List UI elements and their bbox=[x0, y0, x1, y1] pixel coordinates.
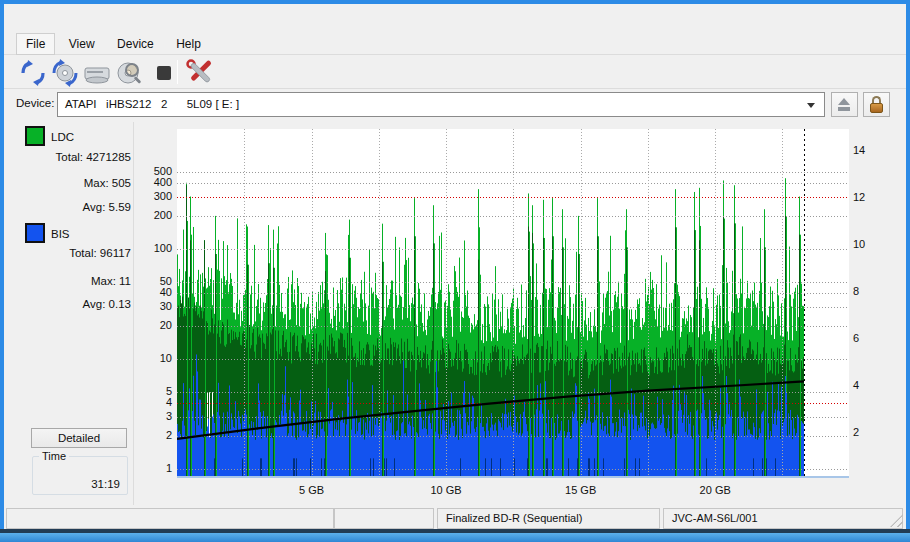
refresh-icon[interactable] bbox=[19, 59, 47, 87]
axis-tick-label: 4 bbox=[142, 396, 172, 408]
axis-tick-label: 200 bbox=[142, 209, 172, 221]
rescan-media-icon[interactable] bbox=[51, 59, 79, 87]
detailed-button[interactable]: Detailed bbox=[31, 428, 127, 448]
menu-device[interactable]: Device bbox=[108, 34, 163, 54]
axis-tick-label: 15 GB bbox=[556, 484, 606, 496]
ldc-color-swatch bbox=[25, 126, 45, 146]
device-label: Device: bbox=[16, 97, 54, 109]
axis-tick-label: 100 bbox=[142, 242, 172, 254]
drive-icon[interactable] bbox=[83, 59, 111, 87]
lock-button[interactable] bbox=[863, 92, 890, 117]
axis-tick-label: 10 bbox=[142, 352, 172, 364]
axis-tick-label: 40 bbox=[142, 286, 172, 298]
axis-tick-label: 2 bbox=[142, 429, 172, 441]
preferences-icon[interactable] bbox=[186, 59, 214, 87]
menu-bar: File View Device Help bbox=[4, 33, 906, 55]
axis-tick-label: 4 bbox=[853, 379, 879, 391]
stop-icon[interactable] bbox=[150, 59, 178, 87]
axis-tick-label: 12 bbox=[853, 191, 879, 203]
qpxtool-window: Q QPxTool - 0.8.1-pl2 – □ × File View De… bbox=[0, 0, 910, 542]
bis-max: Max: 11 bbox=[13, 275, 131, 287]
axis-tick-label: 300 bbox=[142, 190, 172, 202]
time-value: 31:19 bbox=[91, 478, 120, 490]
menu-view[interactable]: View bbox=[60, 34, 104, 54]
ldc-label: LDC bbox=[51, 131, 74, 143]
device-combobox[interactable]: ATAPI iHBS212 2 5L09 [ E: ] bbox=[57, 92, 825, 117]
media-quality-check-icon[interactable] bbox=[115, 59, 143, 87]
menu-file[interactable]: File bbox=[16, 33, 55, 55]
window-bottom-border bbox=[0, 533, 910, 542]
bis-avg: Avg: 0.13 bbox=[13, 298, 131, 310]
chevron-down-icon bbox=[807, 103, 815, 108]
axis-tick-label: 30 bbox=[142, 300, 172, 312]
axis-tick-label: 20 GB bbox=[690, 484, 740, 496]
axis-tick-label: 400 bbox=[142, 176, 172, 188]
menu-help[interactable]: Help bbox=[167, 34, 210, 54]
status-pane-media-id: JVC-AM-S6L/001 bbox=[663, 508, 903, 529]
status-pane bbox=[334, 508, 434, 529]
panel-separator bbox=[133, 122, 134, 505]
time-groupbox: Time 31:19 bbox=[32, 456, 128, 495]
toolbar-separator bbox=[177, 60, 178, 84]
axis-tick-label: 10 bbox=[853, 238, 879, 250]
quality-chart-canvas bbox=[177, 129, 849, 478]
bis-label: BIS bbox=[51, 228, 70, 240]
axis-tick-label: 6 bbox=[853, 332, 879, 344]
axis-tick-label: 2 bbox=[853, 426, 879, 438]
status-pane bbox=[6, 508, 334, 529]
time-label: Time bbox=[39, 450, 69, 462]
toolbar bbox=[4, 56, 906, 89]
device-bar: Device: ATAPI iHBS212 2 5L09 [ E: ] bbox=[4, 89, 906, 120]
status-pane-media: Finalized BD-R (Sequential) bbox=[437, 508, 660, 529]
axis-tick-label: 10 GB bbox=[421, 484, 471, 496]
device-combobox-value: ATAPI iHBS212 2 5L09 [ E: ] bbox=[65, 98, 239, 110]
axis-tick-label: 1 bbox=[142, 462, 172, 474]
axis-tick-label: 14 bbox=[853, 144, 879, 156]
ldc-max: Max: 505 bbox=[13, 177, 131, 189]
axis-tick-label: 8 bbox=[853, 285, 879, 297]
axis-tick-label: 5 GB bbox=[287, 484, 337, 496]
eject-button[interactable] bbox=[831, 92, 858, 117]
ldc-total: Total: 4271285 bbox=[13, 151, 131, 163]
eject-icon bbox=[838, 98, 850, 105]
ldc-avg: Avg: 5.59 bbox=[13, 201, 131, 213]
status-bar: Finalized BD-R (Sequential) JVC-AM-S6L/0… bbox=[4, 503, 906, 529]
bis-total: Total: 96117 bbox=[13, 247, 131, 259]
axis-tick-label: 20 bbox=[142, 319, 172, 331]
axis-tick-label: 3 bbox=[142, 410, 172, 422]
bis-color-swatch bbox=[25, 223, 45, 243]
